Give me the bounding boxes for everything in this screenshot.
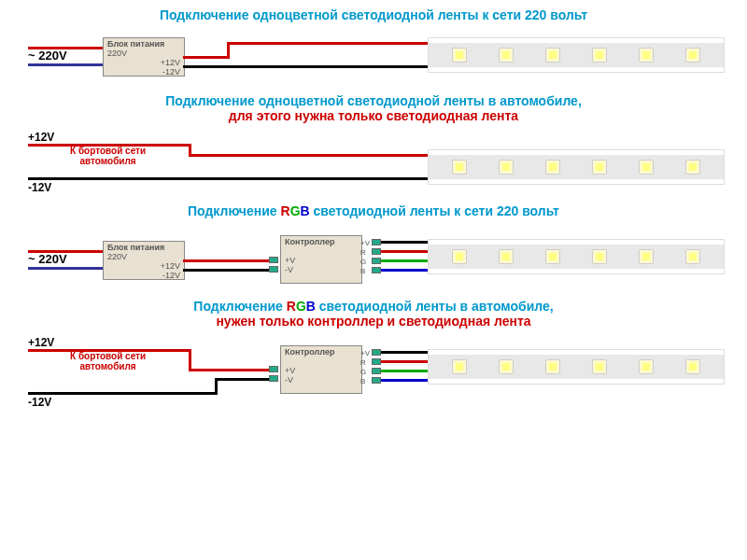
wire-neg: [183, 65, 428, 68]
wire-rgb-v-4: [381, 351, 428, 354]
car-label-4: К бортовой сетиавтомобиля: [70, 351, 146, 371]
wire-car-pos-2: [189, 369, 277, 371]
led-chip: [592, 249, 607, 264]
led-chip: [639, 359, 654, 374]
power-supply-3: Блок питания 220V +12V -12V: [103, 241, 185, 280]
wire-ac-live-3: [28, 250, 103, 253]
diagram-2: +12V К бортовой сетиавтомобиля -12V: [28, 131, 719, 196]
led-chip: [685, 249, 700, 264]
led-strip-2: [428, 149, 725, 185]
title-4: Подключение RGB светодиодной ленты в авт…: [0, 299, 747, 329]
title-2b: для этого нужна только светодиодная лент…: [229, 108, 518, 123]
terminal-icon: [269, 375, 278, 382]
title-3: Подключение RGB светодиодной ленты к сет…: [0, 203, 747, 218]
led-chip: [545, 359, 560, 374]
led-strip-1: [428, 37, 725, 73]
psu-neg: -12V: [162, 67, 180, 77]
diagram-3: ~ 220V Блок питания 220V +12V -12V Контр…: [28, 226, 719, 291]
ac-label: ~ 220V: [28, 49, 67, 63]
wire-pos-car-2: [189, 154, 428, 157]
terminal-icon: [269, 257, 278, 263]
led-chip: [499, 359, 514, 374]
diagram-1: ~ 220V Блок питания 220V +12V -12V: [28, 30, 719, 86]
led-chip: [452, 359, 467, 374]
wire-rgb-g-4: [381, 370, 428, 372]
wire-rgb-g: [381, 259, 428, 262]
wire-neg-car: [28, 177, 428, 180]
psu-in: 220V: [107, 49, 127, 58]
led-chip: [499, 160, 514, 175]
wire-pos-2: [227, 42, 428, 45]
terminal-icon: [372, 239, 381, 245]
dc-neg-label: -12V: [28, 181, 51, 194]
led-chip: [639, 249, 654, 264]
wire-ac-neutral: [28, 63, 103, 66]
power-supply: Блок питания 220V +12V -12V: [103, 37, 185, 77]
led-chip: [452, 48, 467, 63]
wire-ac-neutral-3: [28, 267, 103, 270]
terminal-icon: [372, 258, 381, 264]
led-strip-rgb: [428, 239, 725, 274]
led-chip: [592, 359, 607, 374]
led-chip: [545, 160, 560, 175]
terminal-icon: [269, 366, 278, 372]
led-chip: [499, 48, 514, 63]
dc-pos-label: +12V: [28, 131, 54, 144]
led-chip: [545, 249, 560, 264]
title-2a: Подключение одноцветной светодиодной лен…: [165, 93, 582, 108]
rgb-controller-4: Контроллер +V -V: [280, 345, 362, 394]
wire-rgb-v: [381, 241, 428, 244]
led-chip: [545, 48, 560, 63]
diagram-4: +12V К бортовой сетиавтомобиля -12V Конт…: [28, 336, 719, 411]
title-2: Подключение одноцветной светодиодной лен…: [0, 93, 747, 123]
led-chip: [452, 249, 467, 264]
wire-pos-car-1: [28, 144, 191, 147]
car-label: К бортовой сетиавтомобиля: [70, 146, 146, 166]
wire-psu-ctrl-neg: [183, 269, 276, 272]
terminal-icon: [269, 266, 278, 273]
wire-rgb-b: [381, 269, 428, 272]
wire-rgb-r: [381, 250, 428, 253]
terminal-icon: [372, 349, 381, 356]
ac-label-3: ~ 220V: [28, 252, 67, 266]
dc-neg-label-4: -12V: [28, 396, 51, 409]
terminal-icon: [372, 358, 381, 365]
psu-pos: +12V: [161, 58, 180, 67]
led-chip: [592, 48, 607, 63]
watermark: Sovets club: [655, 532, 743, 559]
terminal-icon: [372, 377, 381, 384]
led-chip: [452, 160, 467, 175]
terminal-icon: [372, 267, 381, 273]
led-chip: [639, 48, 654, 63]
title-1: Подключение одноцветной светодиодной лен…: [0, 7, 747, 22]
wire-car-neg-1: [28, 392, 215, 395]
led-chip: [685, 160, 700, 175]
terminal-icon: [372, 368, 381, 374]
wire-pos-1: [183, 56, 230, 59]
led-strip-rgb-4: [428, 349, 725, 385]
led-chip: [685, 359, 700, 374]
terminal-icon: [372, 248, 381, 255]
wire-car-pos-1: [28, 349, 191, 352]
led-chip: [685, 48, 700, 63]
wire-ac-live: [28, 47, 103, 49]
led-chip: [592, 160, 607, 175]
wire-rgb-b-4: [381, 379, 428, 382]
psu-in: 220V: [107, 252, 127, 261]
rgb-controller: Контроллер +V -V: [280, 235, 362, 284]
wire-psu-ctrl-pos: [183, 259, 276, 262]
led-chip: [639, 160, 654, 175]
wire-rgb-r-4: [381, 360, 428, 363]
wire-car-neg-2: [215, 378, 277, 381]
led-chip: [499, 249, 514, 264]
dc-pos-label-4: +12V: [28, 336, 54, 349]
